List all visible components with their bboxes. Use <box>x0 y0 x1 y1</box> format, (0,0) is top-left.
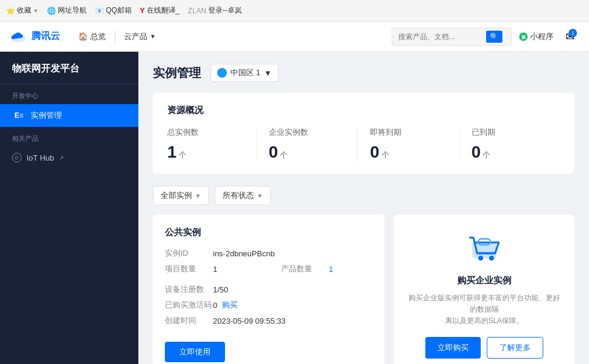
login-icon: ZLAN <box>188 7 206 15</box>
filter-bar: 全部实例 ▼ 所有状态 ▼ <box>153 186 575 205</box>
iot-hub-icon: ⊙ <box>12 153 22 162</box>
activation-code-label: 已购买激活码 <box>165 300 213 310</box>
translate-icon: Y <box>140 7 145 15</box>
mail-icon: 📧 <box>95 7 104 15</box>
instance-card: 公共实例 实例ID ins-2dbneuPBcnb 项目数量 1 产品数量 1 <box>153 215 384 364</box>
svg-point-3 <box>478 256 483 261</box>
stats-row: 总实例数 1 个 企业实例数 0 个 即将到期 0 <box>167 127 560 162</box>
logo-text: 腾讯云 <box>31 30 60 43</box>
region-globe-icon: 🌐 <box>217 68 227 78</box>
globe-icon: 🌐 <box>47 7 56 15</box>
sidebar-dev-section-label: 开发中心 <box>0 84 138 104</box>
shopping-cart-icon <box>465 233 504 267</box>
top-nav: 腾讯云 🏠 总览 云产品 ▼ 🔍 ▣ 小程序 ✉ 1 <box>0 22 589 52</box>
mail-badge: 1 <box>569 29 577 37</box>
created-time-label: 创建时间 <box>165 315 213 326</box>
activation-code-row: 已购买激活码 0 购买 <box>165 300 372 310</box>
instance-id-row: 实例ID ins-2dbneuPBcnb <box>165 248 372 259</box>
purchase-desc: 购买企业版实例可获得更丰富的平台功能、更好的数据隔离以及更高的SLA保障。 <box>406 292 563 327</box>
created-time-row: 创建时间 2023-05-09 09:55:33 <box>165 315 372 326</box>
stat-expired: 已到期 0 个 <box>460 127 561 162</box>
browser-nav[interactable]: 🌐 网址导航 <box>47 5 87 16</box>
stat-enterprise-value: 0 个 <box>269 143 346 162</box>
sidebar-item-iot-hub[interactable]: ⊙ IoT Hub ↗ <box>0 147 138 168</box>
learn-more-button[interactable]: 了解更多 <box>487 337 543 359</box>
project-count-label: 项目数量 <box>165 264 213 274</box>
page-header: 实例管理 🌐 中国区 1 ▼ <box>153 64 575 82</box>
mail-notification[interactable]: ✉ 1 <box>561 30 579 43</box>
product-count-row: 产品数量 1 <box>281 264 373 274</box>
all-instances-filter[interactable]: 全部实例 ▼ <box>153 186 209 205</box>
home-icon: 🏠 <box>78 32 88 41</box>
search-icon: 🔍 <box>490 32 499 41</box>
cards-row: 公共实例 实例ID ins-2dbneuPBcnb 项目数量 1 产品数量 1 <box>153 215 575 364</box>
stat-total-value: 1 个 <box>167 143 244 162</box>
created-time-value: 2023-05-09 09:55:33 <box>213 316 286 325</box>
mini-program-icon: ▣ <box>519 32 528 41</box>
buy-link[interactable]: 购买 <box>222 300 238 310</box>
project-count-value: 1 <box>213 265 217 274</box>
stat-total-label: 总实例数 <box>167 127 244 138</box>
search-bar: 🔍 <box>392 28 512 46</box>
search-input[interactable] <box>398 32 483 41</box>
instance-card-title: 公共实例 <box>165 227 372 238</box>
stat-expiring-label: 即将到期 <box>370 127 447 138</box>
instance-id-label: 实例ID <box>165 248 213 259</box>
stat-enterprise-instances: 企业实例数 0 个 <box>257 127 359 162</box>
use-instance-button[interactable]: 立即使用 <box>165 342 225 362</box>
sidebar: 物联网开发平台 开发中心 E≡ 实例管理 相关产品 ⊙ IoT Hub ↗ <box>0 52 138 364</box>
stat-expiring-value: 0 个 <box>370 143 447 162</box>
logo-area: 腾讯云 <box>10 30 60 43</box>
project-count-row: 项目数量 1 <box>165 264 257 274</box>
instance-mgmt-icon: E≡ <box>12 111 26 120</box>
chevron-down-icon: ▼ <box>150 33 156 40</box>
device-reg-value: 1/50 <box>213 285 228 294</box>
browser-bookmarks[interactable]: ⭐ 收藏 ▼ <box>6 5 39 16</box>
browser-translate[interactable]: Y 在线翻译_ <box>140 5 180 16</box>
resource-overview: 资源概况 总实例数 1 个 企业实例数 0 个 即将 <box>153 93 575 174</box>
content-area: 实例管理 🌐 中国区 1 ▼ 资源概况 总实例数 1 个 企业实例数 <box>138 52 589 364</box>
stat-enterprise-label: 企业实例数 <box>269 127 346 138</box>
browser-qq-mail[interactable]: 📧 QQ邮箱 <box>95 5 132 16</box>
sidebar-item-instance-mgmt[interactable]: E≡ 实例管理 <box>0 104 138 127</box>
svg-point-4 <box>489 256 494 261</box>
page-title: 实例管理 <box>153 65 201 81</box>
purchase-btns: 立即购买 了解更多 <box>425 337 543 359</box>
buy-enterprise-button[interactable]: 立即购买 <box>425 337 481 359</box>
search-button[interactable]: 🔍 <box>486 31 502 43</box>
mini-program[interactable]: ▣ 小程序 <box>512 31 561 42</box>
region-selector[interactable]: 🌐 中国区 1 ▼ <box>211 64 279 82</box>
product-count-value[interactable]: 1 <box>329 265 333 274</box>
nav-home[interactable]: 🏠 总览 <box>70 31 115 42</box>
all-status-filter[interactable]: 所有状态 ▼ <box>215 186 271 205</box>
browser-bar: ⭐ 收藏 ▼ 🌐 网址导航 📧 QQ邮箱 Y 在线翻译_ ZLAN 登录--卓岚 <box>0 0 589 22</box>
browser-login[interactable]: ZLAN 登录--卓岚 <box>188 5 242 16</box>
purchase-card: 购买企业实例 购买企业版实例可获得更丰富的平台功能、更好的数据隔离以及更高的SL… <box>394 215 575 364</box>
cart-icon-wrap <box>465 233 504 267</box>
nav-cloud-products[interactable]: 云产品 ▼ <box>116 31 164 42</box>
device-reg-row: 设备注册数 1/50 <box>165 284 372 295</box>
stat-total-instances: 总实例数 1 个 <box>167 127 257 162</box>
purchase-title: 购买企业实例 <box>457 275 511 286</box>
activation-code-value: 0 <box>213 301 217 310</box>
region-arrow-icon: ▼ <box>264 69 272 78</box>
status-arrow-icon: ▼ <box>257 193 263 199</box>
device-reg-label: 设备注册数 <box>165 284 213 295</box>
stat-expired-value: 0 个 <box>472 143 549 162</box>
main-layout: 物联网开发平台 开发中心 E≡ 实例管理 相关产品 ⊙ IoT Hub ↗ 实例… <box>0 52 589 364</box>
cloud-logo-icon <box>10 31 26 43</box>
stat-expired-label: 已到期 <box>472 127 549 138</box>
external-link-icon: ↗ <box>59 155 64 161</box>
product-count-label: 产品数量 <box>281 264 329 274</box>
sidebar-related-label: 相关产品 <box>0 127 138 147</box>
project-product-row: 项目数量 1 产品数量 1 <box>165 264 372 279</box>
stat-expiring-soon: 即将到期 0 个 <box>358 127 460 162</box>
star-icon: ⭐ <box>6 7 15 15</box>
filter-arrow-icon: ▼ <box>195 193 201 199</box>
sidebar-title: 物联网开发平台 <box>0 52 138 84</box>
instance-id-value: ins-2dbneuPBcnb <box>213 249 275 258</box>
resource-overview-title: 资源概况 <box>167 105 560 116</box>
